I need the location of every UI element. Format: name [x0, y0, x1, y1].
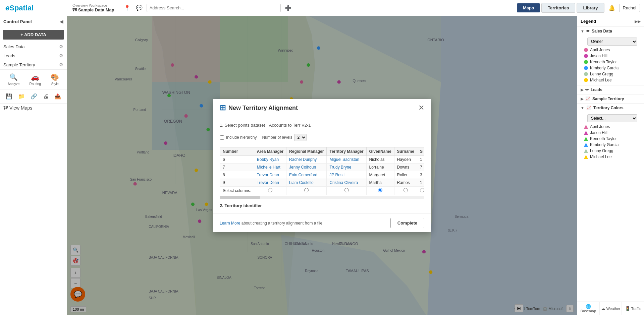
territory-colors-items: Select... April Jones Jason Hill Kenneth…	[577, 112, 644, 162]
table-cell: 9	[220, 179, 254, 187]
map-icon: 🗺	[72, 7, 77, 12]
maps-nav-button[interactable]: Maps	[517, 3, 540, 12]
table-cell-link: Jenny Colhoun	[286, 164, 327, 171]
comment-button[interactable]: 💬	[135, 3, 144, 12]
location-pin-button[interactable]: 📍	[122, 3, 132, 12]
tc-legend-item-jason-hill: Jason Hill	[584, 130, 641, 136]
territory-colors-dropdown[interactable]: Select...	[587, 114, 637, 122]
tc-kimberly-garcia-triangle	[584, 143, 588, 147]
add-layer-button[interactable]: ➕	[283, 3, 293, 12]
basemap-tab[interactable]: 🌐 Basemap	[577, 302, 600, 315]
modal-header: ⊞ New Territory Alignment ✕	[213, 99, 431, 117]
tc-kenneth-taylor-triangle	[584, 137, 588, 141]
territory-colors-legend-icon: 📈	[586, 106, 591, 110]
table-cell: Ramos	[394, 179, 417, 187]
analyze-icon: 🔍	[9, 73, 18, 81]
radio-col-2[interactable]	[327, 187, 366, 195]
modal-close-button[interactable]: ✕	[418, 104, 424, 112]
sales-data-settings-button[interactable]: ⚙	[59, 44, 63, 49]
col-givenname: GivenName	[366, 147, 394, 156]
table-cell: 7	[220, 164, 254, 171]
view-maps-icon: 🗺	[3, 105, 8, 111]
sales-data-section-header[interactable]: ▼ ✏ Sales Data	[577, 27, 644, 36]
save-tool-button[interactable]: 💾	[5, 92, 13, 101]
style-tool[interactable]: 🎨 Style	[51, 73, 59, 86]
analyze-tool[interactable]: 🔍 Analyze	[8, 73, 20, 86]
radio-col-5[interactable]	[417, 187, 424, 195]
radio-area-manager[interactable]	[304, 188, 309, 192]
legend-item-april-jones: April Jones	[584, 47, 641, 53]
tc-jason-hill-triangle	[584, 131, 588, 135]
address-search-input[interactable]	[147, 4, 281, 12]
table-cell: Downs	[394, 164, 417, 171]
table-scrollbar[interactable]	[220, 196, 424, 199]
legend-item-lenny-gregg: Lenny Gregg	[584, 71, 641, 77]
weather-tab[interactable]: ☁ Weather	[600, 302, 622, 315]
radio-territory-manager[interactable]	[378, 188, 382, 192]
legend-item-kenneth-taylor: Kenneth Taylor	[584, 59, 641, 65]
nav-info: Overview Workspace 🗺 Sample Data Map	[67, 3, 120, 12]
table-cell: 7	[417, 164, 424, 171]
radio-surname[interactable]	[420, 188, 424, 192]
sample-territory-section-header[interactable]: ▶ 📈 Sample Territory	[577, 94, 644, 103]
radio-givenname[interactable]	[404, 188, 408, 192]
sales-data-layer[interactable]: Sales Data ⚙	[0, 42, 67, 51]
radio-regional-manager[interactable]	[344, 188, 349, 192]
learn-more-link[interactable]: Learn More	[220, 221, 240, 226]
step2-label: 2. Territory identifier	[220, 203, 424, 208]
radio-col-0[interactable]	[254, 187, 286, 195]
share-tool-button[interactable]: 🔗	[30, 92, 38, 101]
leads-toggle-icon: ▶	[581, 88, 583, 92]
owner-dropdown[interactable]: Owner	[587, 38, 637, 46]
include-hierarchy-checkbox[interactable]	[220, 135, 224, 140]
user-menu-button[interactable]: Rachel	[619, 4, 640, 12]
folder-tool-button[interactable]: 📁	[17, 92, 26, 101]
radio-col-3[interactable]	[366, 187, 394, 195]
panel-collapse-button[interactable]: ◀	[60, 19, 63, 24]
table-scrollbar-thumb[interactable]	[220, 196, 260, 199]
sample-territory-settings-button[interactable]: ⚙	[59, 62, 63, 67]
map-area[interactable]: Calgary Winnipeg Vancouver ONTARIO Quebe…	[67, 16, 577, 315]
jason-hill-dot	[584, 54, 588, 58]
table-row: 8Trevor DeanEoin ComerfordJP RostiMargar…	[220, 171, 425, 179]
traffic-icon: 🚦	[625, 306, 630, 311]
territory-colors-section-header[interactable]: ▼ 📈 Territory Colors	[577, 104, 644, 112]
export-tool-button[interactable]: 📤	[53, 92, 62, 101]
radio-number[interactable]	[268, 188, 272, 192]
step1-row: 1. Select points dataset Accounts to Ter…	[220, 123, 424, 130]
num-levels-select[interactable]: 2 3	[294, 134, 307, 141]
table-cell: Hayden	[394, 156, 417, 164]
sample-territory-layer[interactable]: Sample Territory ⚙	[0, 60, 67, 69]
add-data-button[interactable]: + ADD DATA	[3, 30, 64, 40]
routing-icon: 🚗	[31, 73, 39, 81]
print-tool-button[interactable]: 🖨	[42, 92, 50, 101]
sample-territory-legend-icon: 📈	[585, 97, 590, 101]
complete-button[interactable]: Complete	[390, 218, 424, 228]
radio-col-1[interactable]	[286, 187, 327, 195]
leads-section-header[interactable]: ▶ ✏ Leads	[577, 85, 644, 94]
routing-tool[interactable]: 🚗 Routing	[30, 73, 41, 86]
legend-collapse-button[interactable]: ▶▶	[635, 19, 641, 24]
table-cell: 1	[417, 156, 424, 164]
traffic-tab[interactable]: 🚦 Traffic	[622, 302, 644, 315]
view-maps-button[interactable]: 🗺 View Maps	[0, 104, 67, 112]
modal-footer: Learn More about creating a territory al…	[213, 213, 431, 232]
library-nav-button[interactable]: Library	[577, 3, 604, 13]
select-cols-label-cell: Select columns:	[220, 187, 254, 195]
territories-nav-button[interactable]: Territories	[541, 3, 575, 13]
leads-layer[interactable]: Leads ⚙	[0, 51, 67, 60]
leads-settings-button[interactable]: ⚙	[59, 53, 63, 58]
notifications-button[interactable]: 🔔	[606, 3, 618, 12]
include-hierarchy-label[interactable]: Include hierarchy	[220, 135, 257, 140]
col-area-manager: Area Manager	[254, 147, 286, 156]
table-cell: 1	[417, 179, 424, 187]
table-cell-link: Trevor Dean	[254, 179, 286, 187]
col-number: Number	[220, 147, 254, 156]
modal-title: ⊞ New Territory Alignment	[220, 104, 298, 112]
table-cell-link: JP Rosti	[327, 171, 366, 179]
table-cell: Margaret	[366, 171, 394, 179]
control-panel-label: Control Panel	[3, 19, 32, 24]
table-cell-link: Eoin Comerford	[286, 171, 327, 179]
table-row: 9Trevor DeanLiam CostelloCristina Olivei…	[220, 179, 425, 187]
radio-col-4[interactable]	[394, 187, 417, 195]
